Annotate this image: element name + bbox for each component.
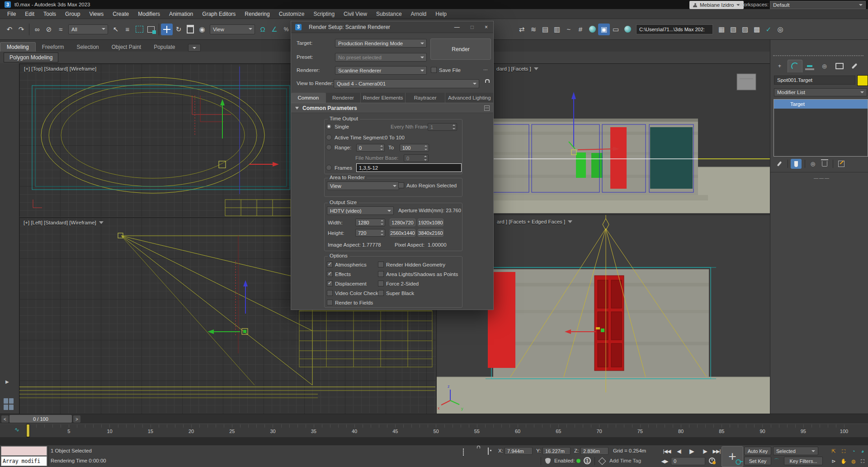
track-bar[interactable] <box>0 437 868 446</box>
preset-1920x1080-button[interactable]: 1920x1080 <box>418 219 443 226</box>
x-coordinate-field[interactable]: 7.944m <box>505 447 533 455</box>
zoom-icon[interactable]: ⇱ <box>829 447 838 455</box>
modifier-stack[interactable]: Target <box>774 99 868 157</box>
isolate-selection-toggle-icon[interactable] <box>463 449 464 455</box>
output-preset-dropdown[interactable]: HDTV (video) <box>327 206 394 215</box>
target-dropdown[interactable]: Production Rendering Mode <box>335 39 427 48</box>
common-parameters-rollout[interactable]: Common Parameters <box>291 103 493 113</box>
viewport-camera-label[interactable]: ard ] [Facets + Edged Faces ] <box>497 219 572 224</box>
funnel-icon[interactable] <box>99 221 104 226</box>
select-and-rotate-icon[interactable]: ↻ <box>173 24 184 35</box>
inherit-container-icon[interactable]: ▧ <box>727 24 739 35</box>
previous-frame-button[interactable]: < <box>1 415 9 423</box>
video-color-check-checkbox[interactable] <box>327 290 333 296</box>
panel-drag-handle[interactable] <box>773 55 863 56</box>
use-pivot-point-icon[interactable]: ◉ <box>196 24 208 35</box>
funnel-icon[interactable] <box>534 67 538 72</box>
local-container-icon[interactable]: ▨ <box>739 24 751 35</box>
schematic-view-icon[interactable]: # <box>575 24 586 35</box>
render-button[interactable]: Render <box>430 38 491 60</box>
ribbon-tab-object-paint[interactable]: Object Paint <box>105 43 147 52</box>
frame-step-toggle[interactable]: ◀▶ <box>660 457 669 465</box>
y-coordinate-field[interactable]: 16.227m <box>542 447 571 455</box>
displacement-checkbox[interactable] <box>327 281 333 286</box>
next-frame-button[interactable]: > <box>73 415 80 423</box>
select-and-scale-icon[interactable] <box>184 24 196 35</box>
pan-icon[interactable]: ✋ <box>839 457 848 465</box>
redo-icon[interactable]: ↷ <box>15 24 27 35</box>
height-spinner[interactable]: 720 <box>355 229 385 237</box>
timeline-playhead[interactable] <box>26 424 30 437</box>
frames-radio[interactable] <box>326 165 332 171</box>
preset-2560x1440-button[interactable]: 2560x1440 <box>390 229 415 237</box>
tab-renderer[interactable]: Renderer <box>326 93 361 103</box>
play-button[interactable]: ▶ <box>686 446 698 456</box>
snap-toggle-icon[interactable]: Ω <box>257 24 269 35</box>
dialog-minimize-button[interactable]: — <box>454 24 460 30</box>
ribbon-minimize-icon[interactable] <box>188 44 201 52</box>
select-by-name-icon[interactable]: ≡ <box>122 24 133 35</box>
viewport-left-label[interactable]: [+] [Left] [Standard] [Wireframe] <box>24 220 104 225</box>
window-crossing-icon[interactable] <box>145 24 157 35</box>
auto-key-button[interactable]: Auto Key <box>744 447 771 455</box>
viewport-perspective-label[interactable]: dard ] [Facets ] <box>496 66 538 71</box>
renderer-dropdown[interactable]: Scanline Renderer <box>335 66 427 75</box>
ribbon-tab-populate[interactable]: Populate <box>147 43 181 52</box>
menu-graph-editors[interactable]: Graph Editors <box>198 11 240 17</box>
object-color-swatch[interactable] <box>857 75 868 86</box>
frames-input[interactable]: 1,3,5-12 <box>356 163 462 172</box>
angle-snap-icon[interactable]: ∠ <box>269 24 280 35</box>
file-number-base-spinner[interactable]: 0 <box>404 154 429 162</box>
single-radio[interactable] <box>326 124 332 129</box>
tab-raytracer[interactable]: Raytracer <box>405 93 445 103</box>
key-mode-icon[interactable]: ⌒ <box>774 457 779 465</box>
project-folder-field[interactable]: C:\Users\al71...\3ds Max 202: <box>636 24 713 34</box>
maxscript-listener-pink[interactable] <box>1 446 47 456</box>
add-time-tag[interactable]: Add Time Tag <box>609 458 641 463</box>
undo-icon[interactable]: ↶ <box>4 24 15 35</box>
viewport-top-label[interactable]: [+] [Top] [Standard] [Wireframe] <box>24 66 96 71</box>
menu-group[interactable]: Group <box>61 11 85 17</box>
view-to-render-dropdown[interactable]: Quad 4 - Camera001 <box>334 79 479 88</box>
rollout-resize-handle[interactable]: ——— <box>814 176 830 181</box>
menu-scripting[interactable]: Scripting <box>309 11 339 17</box>
pin-stack-icon[interactable] <box>774 159 785 169</box>
curve-editor-icon[interactable]: ~ <box>563 24 575 35</box>
ribbon-tab-freeform[interactable]: Freeform <box>36 43 71 52</box>
save-file-browse-button[interactable]: ... <box>483 66 488 71</box>
render-hidden-geometry-checkbox[interactable] <box>378 262 384 267</box>
zoom-all-icon[interactable]: ⛶ <box>839 447 848 455</box>
selection-filter-dropdown[interactable]: All <box>68 24 108 34</box>
range-to-spinner[interactable]: 100 <box>400 144 429 152</box>
bind-to-space-warp-icon[interactable]: ≈ <box>55 24 66 35</box>
object-name-field[interactable]: Spot001.Target <box>774 76 855 85</box>
configure-modifier-sets-icon[interactable] <box>836 159 847 169</box>
preset-dropdown[interactable]: No preset selected <box>335 53 427 62</box>
motion-tab[interactable]: ◎ <box>817 60 831 72</box>
preset-1280x720-button[interactable]: 1280x720 <box>390 219 415 226</box>
key-filters-button[interactable]: Key Filters... <box>784 457 823 465</box>
render-production-icon[interactable] <box>622 24 633 35</box>
menu-civil-view[interactable]: Civil View <box>339 11 372 17</box>
every-nth-frame-spinner[interactable]: 1 <box>428 123 457 131</box>
dialog-close-button[interactable]: × <box>485 24 488 30</box>
range-from-spinner[interactable]: 0 <box>356 144 385 152</box>
render-setup-icon[interactable]: ▣ <box>598 24 610 35</box>
import-container-icon[interactable]: ▦ <box>716 24 727 35</box>
menu-modifiers[interactable]: Modifiers <box>133 11 165 17</box>
scene-status-check-icon[interactable]: ✓ <box>763 24 774 35</box>
menu-create[interactable]: Create <box>108 11 133 17</box>
area-lights-checkbox[interactable] <box>378 271 384 277</box>
active-time-segment-radio[interactable] <box>326 134 332 140</box>
menu-rendering[interactable]: Rendering <box>240 11 274 17</box>
zoom-region-icon[interactable]: ◕ <box>858 447 867 455</box>
workspace-dropdown[interactable]: Default <box>770 1 866 9</box>
time-slider-track[interactable]: < 0 / 100 > <box>0 414 868 424</box>
go-to-start-button[interactable]: |◀◀ <box>661 447 672 455</box>
selection-set-dropdown[interactable]: Selected <box>773 447 818 455</box>
user-account-button[interactable]: Mebiane Izidro <box>689 1 744 9</box>
range-radio[interactable] <box>326 144 332 150</box>
stack-item-target[interactable]: Target <box>774 100 868 109</box>
scene-explorer-icon[interactable]: ▥ <box>551 24 563 35</box>
select-and-move-icon[interactable] <box>161 24 173 35</box>
